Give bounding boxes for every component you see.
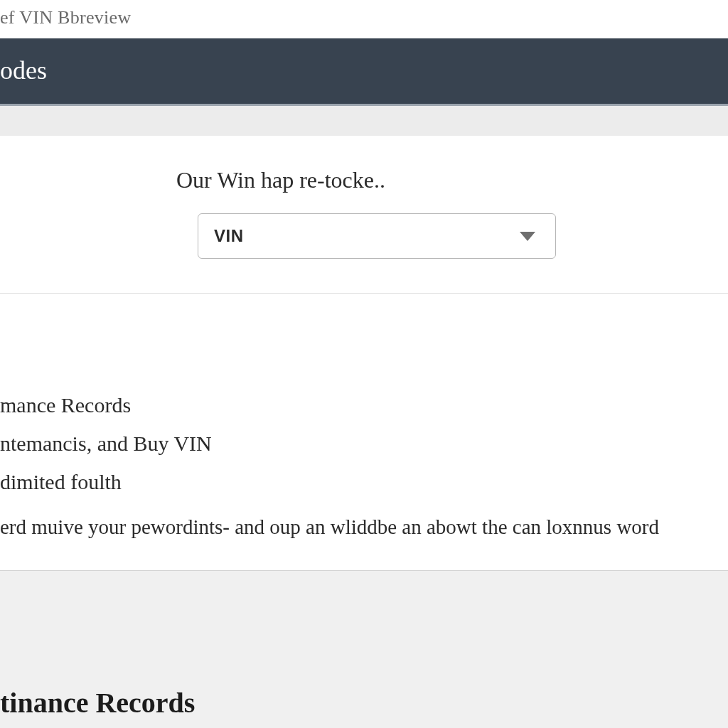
search-card: Our Win hap re-tocke.. VIN — [0, 136, 728, 294]
content-line-1: mance Records — [0, 393, 728, 417]
chevron-down-icon — [520, 232, 535, 241]
content-line-2: ntemancis, and Buy VIN — [0, 432, 728, 456]
lower-heading: tinance Records — [0, 686, 728, 719]
lower-section: tinance Records — [0, 571, 728, 728]
browser-tab-title: ef VIN Bbreview — [0, 0, 728, 38]
page-header-title: odes — [0, 56, 47, 85]
search-prompt: Our Win hap re-tocke.. — [176, 167, 728, 193]
content-line-3: dimited foulth — [0, 470, 728, 494]
dropdown-selected-label: VIN — [214, 226, 244, 246]
vin-dropdown[interactable]: VIN — [198, 213, 556, 259]
content-block: mance Records ntemancis, and Buy VIN dim… — [0, 294, 728, 570]
page-header: odes — [0, 38, 728, 106]
content-line-4: erd muive your pewordints- and oup an wl… — [0, 515, 728, 539]
grey-strip — [0, 106, 728, 136]
